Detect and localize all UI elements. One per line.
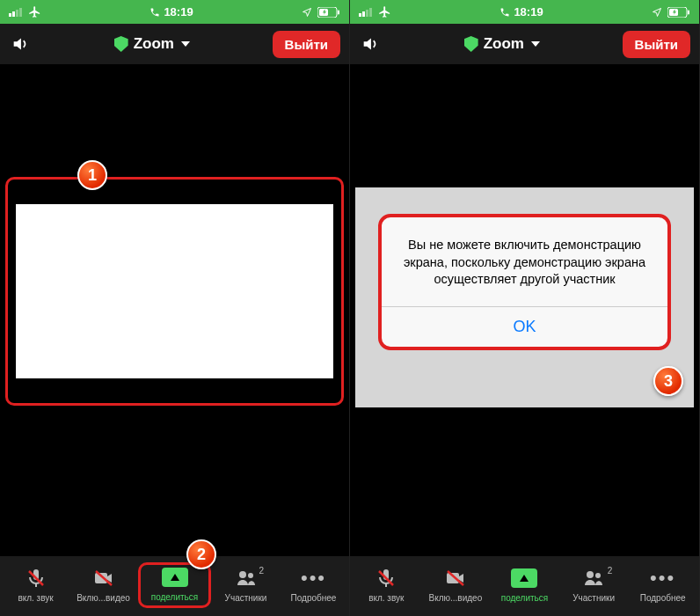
callout-3: 3 bbox=[653, 366, 683, 396]
status-bar: 18:19 bbox=[0, 0, 349, 24]
svg-point-24 bbox=[587, 571, 594, 578]
meeting-title[interactable]: Zoom bbox=[114, 35, 190, 53]
svg-rect-16 bbox=[369, 8, 372, 17]
battery-icon bbox=[317, 7, 340, 18]
tool-video[interactable]: Вклю...видео bbox=[69, 568, 137, 603]
participants-count: 2 bbox=[608, 566, 613, 576]
dialog-ok-button[interactable]: OK bbox=[382, 306, 667, 347]
status-bar: 18:19 bbox=[350, 0, 699, 24]
svg-point-25 bbox=[595, 573, 601, 578]
error-dialog: Вы не можете включить демонстрацию экран… bbox=[378, 214, 671, 350]
more-icon: ••• bbox=[301, 568, 326, 589]
title-text: Zoom bbox=[134, 35, 174, 53]
bottom-toolbar: вкл. звук Вклю...видео поделиться 2 Учас… bbox=[350, 556, 699, 616]
svg-rect-13 bbox=[359, 13, 361, 17]
shared-screen-frame[interactable] bbox=[5, 177, 344, 406]
callout-1: 1 bbox=[77, 160, 107, 190]
status-time: 18:19 bbox=[514, 5, 543, 18]
callout-2: 2 bbox=[186, 539, 216, 569]
signal-icon bbox=[359, 7, 373, 17]
share-icon bbox=[511, 568, 537, 589]
tool-share-label: поделиться bbox=[151, 592, 198, 602]
app-header: Zoom Выйти bbox=[350, 24, 699, 64]
dialog-message: Вы не можете включить демонстрацию экран… bbox=[382, 217, 667, 306]
tool-audio[interactable]: вкл. звук bbox=[2, 568, 69, 603]
phone-right: 18:19 Zoom Выйти Вы не можете включить д… bbox=[350, 0, 700, 616]
status-time: 18:19 bbox=[164, 5, 193, 18]
svg-rect-0 bbox=[9, 13, 11, 17]
tool-participants[interactable]: 2 Участники bbox=[212, 568, 280, 603]
tool-video[interactable]: Вклю...видео bbox=[421, 568, 491, 603]
battery-icon bbox=[667, 7, 690, 18]
meeting-title[interactable]: Zoom bbox=[464, 35, 540, 53]
speaker-icon[interactable] bbox=[359, 34, 382, 54]
tool-share[interactable]: поделиться bbox=[490, 568, 559, 603]
tool-audio-label: вкл. звук bbox=[18, 593, 53, 603]
shield-icon bbox=[114, 36, 128, 52]
chevron-down-icon bbox=[531, 41, 540, 47]
handset-icon bbox=[499, 7, 510, 18]
video-area: Вы не можете включить демонстрацию экран… bbox=[350, 64, 699, 556]
tool-audio-label: вкл. звук bbox=[368, 593, 404, 603]
airplane-icon bbox=[378, 5, 391, 18]
tool-more[interactable]: ••• Подробнее bbox=[628, 568, 697, 603]
leave-button[interactable]: Выйти bbox=[273, 31, 340, 58]
location-icon bbox=[302, 7, 312, 18]
shared-screen-content bbox=[16, 204, 332, 378]
title-text: Zoom bbox=[484, 35, 524, 53]
tool-participants[interactable]: 2 Участники bbox=[559, 568, 629, 603]
camera-off-icon bbox=[92, 568, 115, 589]
tool-video-label: Вклю...видео bbox=[429, 593, 483, 603]
tool-more-label: Подробнее bbox=[640, 593, 686, 603]
svg-rect-2 bbox=[16, 10, 18, 17]
tool-share-label: поделиться bbox=[501, 593, 548, 603]
mic-muted-icon bbox=[376, 568, 397, 589]
tool-audio[interactable]: вкл. звук bbox=[352, 568, 421, 603]
camera-off-icon bbox=[444, 568, 467, 589]
svg-point-12 bbox=[248, 573, 253, 578]
svg-rect-15 bbox=[366, 10, 368, 17]
video-area bbox=[0, 64, 349, 556]
svg-rect-3 bbox=[19, 8, 22, 17]
speaker-icon[interactable] bbox=[9, 34, 32, 54]
participants-count: 2 bbox=[259, 566, 264, 576]
tool-participants-label: Участники bbox=[572, 593, 615, 603]
svg-rect-18 bbox=[688, 10, 689, 14]
bottom-toolbar: вкл. звук Вклю...видео поделиться 2 Учас… bbox=[0, 556, 349, 616]
tool-video-label: Вклю...видео bbox=[77, 593, 130, 603]
shield-icon bbox=[464, 36, 478, 52]
signal-icon bbox=[9, 7, 23, 17]
mic-muted-icon bbox=[26, 568, 47, 589]
app-header: Zoom Выйти bbox=[0, 24, 349, 64]
tool-participants-label: Участники bbox=[225, 593, 267, 603]
airplane-icon bbox=[28, 5, 41, 18]
more-icon: ••• bbox=[650, 568, 675, 589]
svg-rect-1 bbox=[12, 11, 15, 17]
tool-more-label: Подробнее bbox=[291, 593, 337, 603]
chevron-down-icon bbox=[181, 41, 190, 47]
handset-icon bbox=[149, 7, 160, 18]
location-icon bbox=[652, 7, 662, 18]
share-icon bbox=[162, 567, 188, 588]
svg-point-11 bbox=[239, 571, 246, 578]
leave-button[interactable]: Выйти bbox=[623, 31, 690, 58]
phone-left: 18:19 Zoom Выйти bbox=[0, 0, 350, 616]
participants-icon bbox=[581, 568, 606, 589]
svg-rect-14 bbox=[362, 11, 365, 17]
tool-more[interactable]: ••• Подробнее bbox=[280, 568, 347, 603]
svg-rect-5 bbox=[338, 10, 339, 14]
participants-icon bbox=[234, 568, 259, 589]
